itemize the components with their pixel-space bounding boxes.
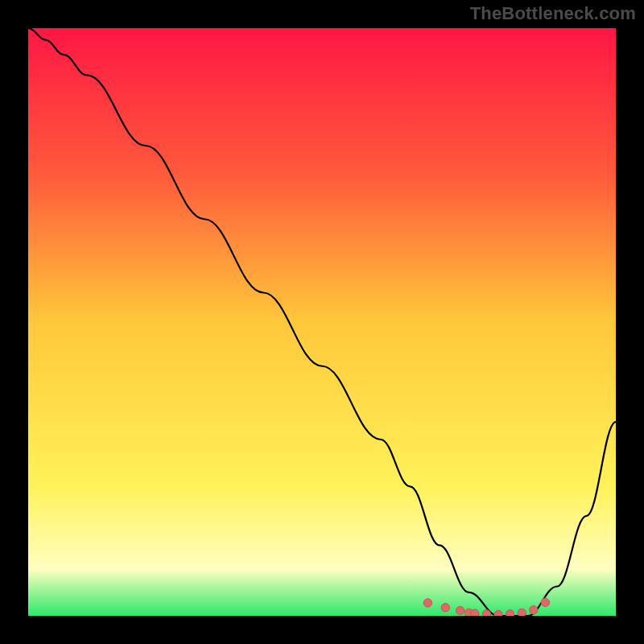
plot-area [28,28,616,616]
marker-point [423,599,431,607]
marker-point [482,610,490,616]
bottleneck-chart [28,28,616,616]
marker-point [506,610,514,616]
marker-point [530,606,538,614]
marker-point [518,609,526,616]
watermark-text: TheBottleneck.com [470,3,636,24]
chart-container: TheBottleneck.com [0,0,644,644]
gradient-background [28,28,616,616]
marker-point [541,598,549,606]
marker-point [441,604,449,612]
marker-point [494,610,502,616]
marker-point [456,606,464,614]
marker-point [471,609,479,616]
